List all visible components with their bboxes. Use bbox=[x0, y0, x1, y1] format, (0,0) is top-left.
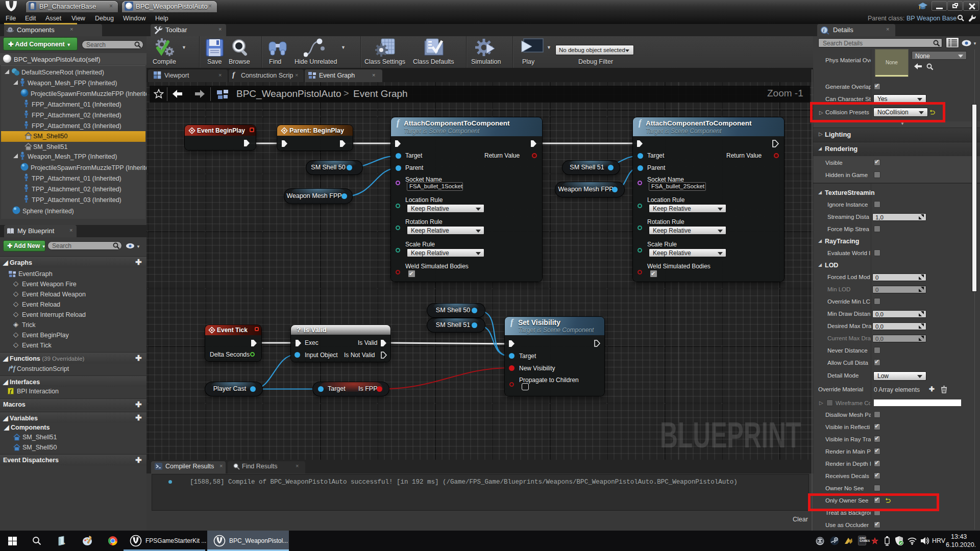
svg-text:i: i bbox=[823, 28, 825, 33]
